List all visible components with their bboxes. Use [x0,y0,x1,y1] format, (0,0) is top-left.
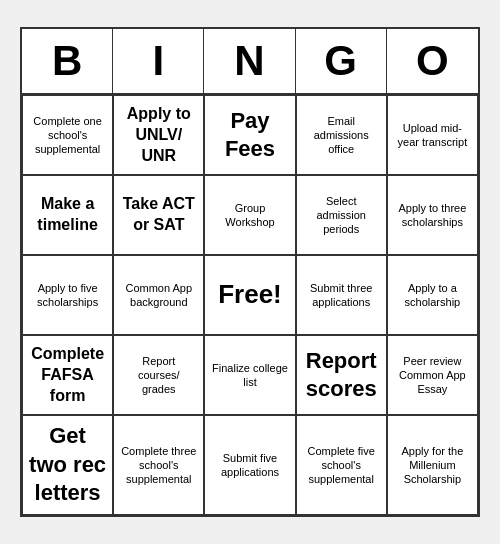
bingo-cell-13: Submit three applications [296,255,387,335]
bingo-letter-n: N [204,29,295,93]
bingo-cell-5: Make a timeline [22,175,113,255]
bingo-cell-24: Apply for the Millenium Scholarship [387,415,478,515]
bingo-cell-6: Take ACT or SAT [113,175,204,255]
bingo-cell-18: Report scores [296,335,387,415]
bingo-cell-11: Common App background [113,255,204,335]
bingo-cell-14: Apply to a scholarship [387,255,478,335]
bingo-cell-21: Complete three school's supplemental [113,415,204,515]
bingo-cell-15: Complete FAFSA form [22,335,113,415]
bingo-letter-g: G [296,29,387,93]
bingo-letter-o: O [387,29,478,93]
bingo-cell-8: Select admission periods [296,175,387,255]
bingo-cell-19: Peer review Common App Essay [387,335,478,415]
bingo-cell-10: Apply to five scholarships [22,255,113,335]
bingo-card: BINGO Complete one school's supplemental… [20,27,480,517]
bingo-cell-4: Upload mid-year transcript [387,95,478,175]
bingo-cell-22: Submit five applications [204,415,295,515]
bingo-cell-20: Get two rec letters [22,415,113,515]
bingo-cell-0: Complete one school's supplemental [22,95,113,175]
bingo-cell-9: Apply to three scholarships [387,175,478,255]
bingo-grid: Complete one school's supplementalApply … [22,95,478,515]
bingo-cell-3: Email admissions office [296,95,387,175]
bingo-cell-23: Complete five school's supplemental [296,415,387,515]
bingo-cell-12: Free! [204,255,295,335]
bingo-cell-1: Apply to UNLV/ UNR [113,95,204,175]
bingo-cell-2: Pay Fees [204,95,295,175]
bingo-letter-b: B [22,29,113,93]
bingo-cell-17: Finalize college list [204,335,295,415]
bingo-letter-i: I [113,29,204,93]
bingo-cell-16: Report courses/ grades [113,335,204,415]
bingo-cell-7: Group Workshop [204,175,295,255]
bingo-header: BINGO [22,29,478,95]
